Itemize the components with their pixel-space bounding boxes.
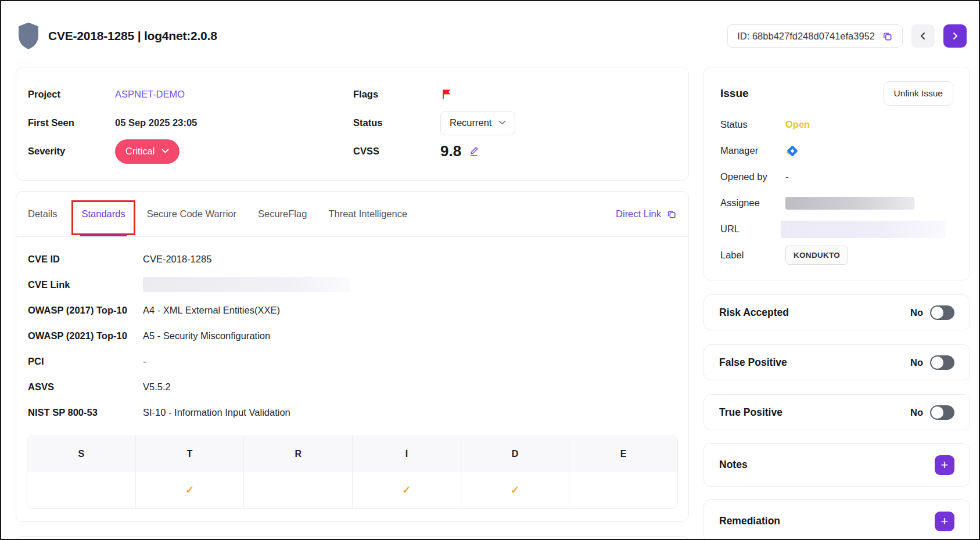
status-row: Status Recurrent bbox=[353, 109, 688, 137]
nist-label: NIST SP 800-53 bbox=[28, 407, 143, 418]
false-positive-title: False Positive bbox=[719, 357, 787, 369]
true-positive-title: True Positive bbox=[719, 406, 782, 419]
stride-cell-e bbox=[569, 472, 677, 508]
false-positive-card: False Positive No bbox=[703, 344, 970, 380]
stride-table: S T R I D E ✓ ✓ ✓ bbox=[27, 435, 678, 509]
standards-fields: CVE ID CVE-2018-1285 CVE Link OWASP (201… bbox=[16, 237, 688, 425]
stride-value-row: ✓ ✓ ✓ bbox=[27, 472, 677, 508]
true-positive-toggle[interactable] bbox=[930, 405, 954, 420]
tab-threat-intelligence[interactable]: Threat Intelligence bbox=[328, 192, 407, 236]
flags-label: Flags bbox=[353, 89, 440, 100]
summary-right-column: Flags Status Recurrent bbox=[353, 80, 688, 180]
tab-secureflag-label: SecureFlag bbox=[258, 208, 307, 219]
add-note-button[interactable]: + bbox=[935, 455, 954, 475]
risk-accepted-card: Risk Accepted No bbox=[703, 294, 970, 330]
stride-cell-s bbox=[27, 472, 135, 508]
risk-accepted-value: No bbox=[910, 307, 923, 318]
stride-cell-r bbox=[243, 472, 352, 508]
issue-url-row: URL bbox=[720, 216, 953, 242]
stride-cell-t-check-icon: ✓ bbox=[135, 472, 244, 508]
add-remediation-button[interactable]: + bbox=[935, 512, 954, 531]
pci-label: PCI bbox=[28, 356, 143, 367]
stride-header-i: I bbox=[352, 436, 461, 472]
flags-row: Flags bbox=[353, 80, 688, 109]
cvss-label: CVSS bbox=[353, 146, 440, 157]
finding-id-text: ID: 68bb427fd248d0741efa3952 bbox=[737, 31, 875, 42]
issue-assignee-label: Assignee bbox=[720, 197, 785, 208]
issue-assignee-row: Assignee bbox=[720, 190, 953, 216]
stride-header-e: E bbox=[569, 436, 677, 472]
tab-bar: Details Standards Secure Code Warrior Se… bbox=[16, 192, 688, 237]
plus-icon: + bbox=[941, 515, 949, 528]
pci-row: PCI - bbox=[28, 348, 677, 374]
tab-details[interactable]: Details bbox=[28, 192, 57, 236]
cve-id-row: CVE ID CVE-2018-1285 bbox=[28, 246, 677, 272]
nist-value: SI-10 - Information Input Validation bbox=[143, 407, 290, 418]
pci-value: - bbox=[143, 356, 146, 367]
unlink-issue-button[interactable]: Unlink Issue bbox=[884, 81, 953, 106]
severity-dropdown[interactable]: Critical bbox=[115, 139, 180, 164]
issue-opened-by-row: Opened by - bbox=[720, 164, 953, 190]
edit-cvss-icon[interactable] bbox=[468, 146, 479, 157]
owasp-2017-row: OWASP (2017) Top-10 A4 - XML External En… bbox=[28, 297, 677, 323]
status-value: Recurrent bbox=[450, 117, 491, 128]
previous-finding-button[interactable] bbox=[911, 24, 935, 48]
chevron-left-icon bbox=[919, 32, 927, 40]
asvs-row: ASVS V5.5.2 bbox=[28, 374, 677, 399]
detail-tabs-card: Details Standards Secure Code Warrior Se… bbox=[16, 191, 689, 522]
chevron-down-icon bbox=[161, 149, 169, 154]
owasp-2017-label: OWASP (2017) Top-10 bbox=[28, 305, 143, 316]
tab-standards-label: Standards bbox=[81, 208, 125, 219]
asvs-label: ASVS bbox=[28, 381, 143, 393]
next-section-card-cutoff bbox=[16, 536, 689, 540]
flag-icon[interactable] bbox=[440, 88, 453, 100]
remediation-title: Remediation bbox=[719, 515, 780, 527]
issue-label-row: Label KONDUKTO bbox=[720, 242, 953, 268]
assignee-redacted bbox=[785, 197, 914, 210]
direct-link-label: Direct Link bbox=[616, 208, 661, 219]
url-redacted bbox=[781, 221, 946, 238]
tab-threat-intelligence-label: Threat Intelligence bbox=[328, 208, 407, 219]
false-positive-value: No bbox=[910, 357, 923, 368]
notes-title: Notes bbox=[719, 459, 748, 471]
owasp-2021-label: OWASP (2021) Top-10 bbox=[28, 330, 143, 341]
chevron-right-icon bbox=[951, 32, 959, 40]
tab-secureflag[interactable]: SecureFlag bbox=[258, 192, 307, 236]
cve-id-label: CVE ID bbox=[28, 254, 143, 265]
issue-card: Issue Unlink Issue Status Open Manager bbox=[703, 67, 970, 280]
header-actions: ID: 68bb427fd248d0741efa3952 bbox=[727, 24, 967, 48]
main-column: Project ASPNET-DEMO First Seen 05 Sep 20… bbox=[16, 67, 689, 540]
issue-label-label: Label bbox=[720, 250, 785, 261]
cve-link-redacted bbox=[143, 277, 350, 292]
direct-link[interactable]: Direct Link bbox=[616, 208, 677, 219]
stride-header-t: T bbox=[135, 436, 244, 472]
status-dropdown[interactable]: Recurrent bbox=[440, 111, 515, 135]
severity-value: Critical bbox=[125, 146, 155, 157]
tab-standards[interactable]: Standards bbox=[81, 192, 125, 236]
remediation-card: Remediation + bbox=[703, 499, 970, 540]
project-row: Project ASPNET-DEMO bbox=[28, 80, 353, 109]
stride-header-d: D bbox=[461, 436, 569, 472]
project-link[interactable]: ASPNET-DEMO bbox=[115, 89, 185, 100]
issue-manager-label: Manager bbox=[720, 145, 785, 156]
issue-opened-by-label: Opened by bbox=[720, 171, 785, 182]
nist-row: NIST SP 800-53 SI-10 - Information Input… bbox=[28, 399, 677, 425]
next-finding-button[interactable] bbox=[943, 24, 967, 48]
stride-header-r: R bbox=[243, 436, 352, 472]
copy-link-icon bbox=[666, 209, 677, 219]
false-positive-toggle[interactable] bbox=[930, 355, 954, 370]
jira-icon bbox=[785, 144, 799, 158]
risk-accepted-toggle[interactable] bbox=[930, 305, 954, 320]
tab-secure-code-warrior-label: Secure Code Warrior bbox=[147, 208, 236, 219]
tab-secure-code-warrior[interactable]: Secure Code Warrior bbox=[147, 192, 236, 236]
asvs-value: V5.5.2 bbox=[143, 381, 171, 393]
copy-id-icon[interactable] bbox=[882, 31, 893, 42]
true-positive-card: True Positive No bbox=[703, 394, 970, 430]
header: CVE-2018-1285 | log4net:2.0.8 ID: 68bb42… bbox=[16, 17, 967, 55]
issue-opened-by-value: - bbox=[785, 171, 789, 182]
severity-label: Severity bbox=[28, 146, 115, 157]
kondukto-label-chip: KONDUKTO bbox=[785, 246, 848, 265]
stride-header-s: S bbox=[27, 436, 135, 472]
summary-left-column: Project ASPNET-DEMO First Seen 05 Sep 20… bbox=[28, 80, 353, 180]
owasp-2021-row: OWASP (2021) Top-10 A5 - Security Miscon… bbox=[28, 323, 677, 348]
